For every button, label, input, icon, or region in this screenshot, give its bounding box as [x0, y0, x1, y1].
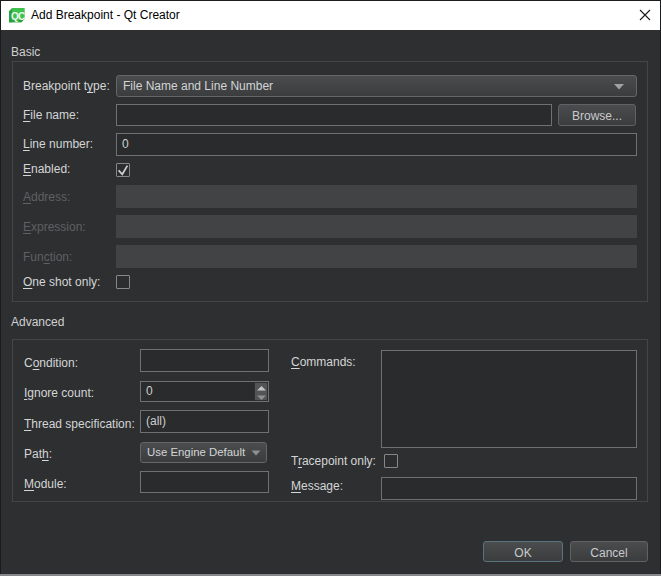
svg-text:QC: QC: [11, 11, 25, 22]
